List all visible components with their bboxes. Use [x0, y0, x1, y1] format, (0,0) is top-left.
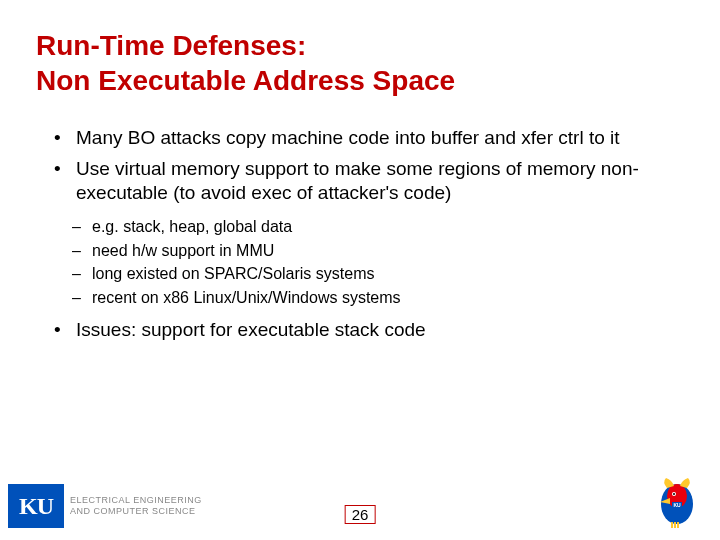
- dept-line: AND COMPUTER SCIENCE: [70, 506, 202, 517]
- ku-mark-icon: KU: [8, 484, 64, 528]
- sub-bullet-item: recent on x86 Linux/Unix/Windows systems: [72, 287, 684, 309]
- bullet-list: Many BO attacks copy machine code into b…: [36, 126, 684, 206]
- bullet-item: Issues: support for executable stack cod…: [54, 318, 684, 343]
- title-line-1: Run-Time Defenses:: [36, 30, 306, 61]
- page-number: 26: [345, 505, 376, 524]
- slide-content: Run-Time Defenses: Non Executable Addres…: [0, 0, 720, 343]
- bullet-item: Use virtual memory support to make some …: [54, 157, 684, 206]
- svg-point-3: [673, 493, 675, 495]
- sub-bullet-item: e.g. stack, heap, global data: [72, 216, 684, 238]
- slide-title: Run-Time Defenses: Non Executable Addres…: [36, 28, 684, 98]
- ku-dept-text: ELECTRICAL ENGINEERING AND COMPUTER SCIE…: [70, 495, 202, 517]
- slide-footer: KU ELECTRICAL ENGINEERING AND COMPUTER S…: [0, 470, 720, 530]
- svg-text:KU: KU: [673, 502, 681, 508]
- ku-logo: KU ELECTRICAL ENGINEERING AND COMPUTER S…: [8, 484, 202, 528]
- title-line-2: Non Executable Address Space: [36, 65, 455, 96]
- bullet-list-2: Issues: support for executable stack cod…: [36, 318, 684, 343]
- dept-line: ELECTRICAL ENGINEERING: [70, 495, 202, 506]
- sub-bullet-item: long existed on SPARC/Solaris systems: [72, 263, 684, 285]
- bullet-item: Many BO attacks copy machine code into b…: [54, 126, 684, 151]
- sub-bullet-list: e.g. stack, heap, global data need h/w s…: [36, 216, 684, 308]
- jayhawk-icon: KU: [652, 474, 702, 528]
- sub-bullet-item: need h/w support in MMU: [72, 240, 684, 262]
